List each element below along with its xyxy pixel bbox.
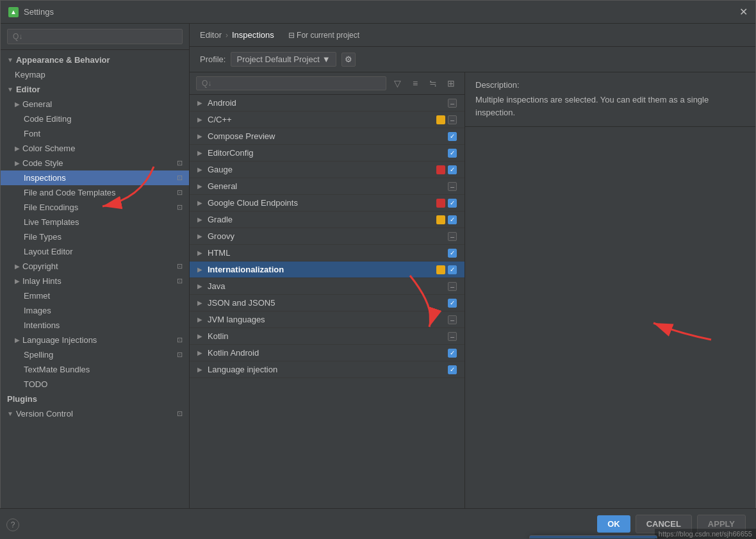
sidebar-item-spelling[interactable]: Spelling ⊡: [1, 347, 189, 362]
inspection-checkbox[interactable]: ✓: [448, 249, 457, 258]
profile-gear-button[interactable]: ⚙: [341, 53, 356, 67]
sidebar-label-color-scheme: Color Scheme: [22, 144, 75, 153]
sidebar-item-file-encodings[interactable]: File Encodings ⊡: [1, 200, 189, 215]
sidebar-item-editor[interactable]: ▼ Editor: [1, 82, 189, 97]
inspection-row-compose-preview[interactable]: ▶ Compose Preview ✓: [190, 128, 464, 145]
inspection-row-json[interactable]: ▶ JSON and JSON5 ✓: [190, 295, 464, 311]
inspection-row-kotlin[interactable]: ▶ Kotlin –: [190, 328, 464, 345]
inspection-row-html[interactable]: ▶ HTML ✓: [190, 245, 464, 261]
sort-button[interactable]: ≡: [408, 76, 422, 90]
sidebar-item-color-scheme[interactable]: ▶ Color Scheme: [1, 141, 189, 156]
close-button[interactable]: ✕: [739, 6, 748, 18]
expand-arrow-icon: ▶: [197, 266, 204, 273]
sort2-button[interactable]: ≒: [426, 76, 440, 90]
inspection-checkbox[interactable]: ✓: [448, 165, 457, 174]
sidebar-label-textmate-bundles: TextMate Bundles: [24, 365, 90, 374]
inspection-checkbox[interactable]: ✓: [448, 149, 457, 158]
inspection-checkbox[interactable]: –: [448, 182, 457, 191]
sidebar-item-code-style[interactable]: ▶ Code Style ⊡: [1, 156, 189, 170]
inspection-checkbox[interactable]: –: [448, 315, 457, 324]
description-section: Description: Multiple inspections are se…: [465, 72, 755, 127]
sidebar-item-todo[interactable]: TODO: [1, 377, 189, 392]
help-button[interactable]: ?: [6, 518, 19, 531]
inspection-row-groovy[interactable]: ▶ Groovy –: [190, 228, 464, 245]
copy-icon: ⊡: [177, 203, 183, 211]
profile-row: Profile: Project Default Project ▼ ⚙: [190, 47, 755, 72]
sidebar-item-plugins[interactable]: Plugins: [1, 392, 189, 406]
inspection-row-cpp[interactable]: ▶ C/C++ –: [190, 112, 464, 128]
copy-icon: ⊡: [177, 277, 183, 285]
sidebar-label-code-editing: Code Editing: [24, 114, 71, 124]
sidebar-item-inspections[interactable]: Inspections ⊡: [1, 170, 189, 185]
inspection-row-editorconfig[interactable]: ▶ EditorConfig ✓: [190, 145, 464, 162]
sidebar-item-code-editing[interactable]: Code Editing: [1, 112, 189, 126]
sidebar-label-file-code-templates: File and Code Templates: [24, 188, 116, 197]
inspection-checkbox[interactable]: –: [448, 282, 457, 291]
inspection-detail-panel: Description: Multiple inspections are se…: [465, 72, 755, 538]
inspection-checkbox[interactable]: –: [448, 332, 457, 341]
expand-arrow-icon: ▶: [197, 216, 204, 223]
filter-button[interactable]: ▽: [390, 76, 404, 90]
sidebar-item-general[interactable]: ▶ General: [1, 97, 189, 112]
for-current-project-button[interactable]: ⊟ For current project: [288, 31, 359, 40]
sidebar-label-general: General: [22, 99, 52, 109]
arrow-icon: ▼: [7, 86, 13, 93]
sidebar-label-language-injections: Language Injections: [22, 335, 97, 345]
inspection-checkbox[interactable]: ✓: [448, 132, 457, 141]
sidebar-item-textmate-bundles[interactable]: TextMate Bundles: [1, 362, 189, 377]
inspection-row-internationalization[interactable]: ▶ Internationalization ✓: [190, 261, 464, 278]
sidebar-item-language-injections[interactable]: ▶ Language Injections ⊡: [1, 333, 189, 347]
ok-button[interactable]: OK: [597, 515, 630, 533]
inspection-checkbox[interactable]: ✓: [448, 349, 457, 358]
profile-dropdown[interactable]: Project Default Project ▼: [231, 52, 336, 67]
expand-arrow-icon: ▶: [197, 316, 204, 323]
severity-option-error[interactable]: Error: [530, 536, 657, 538]
inspection-checkbox[interactable]: ✓: [448, 265, 457, 274]
inspection-row-gradle[interactable]: ▶ Gradle ✓: [190, 211, 464, 228]
sidebar-item-images[interactable]: Images: [1, 303, 189, 318]
sidebar-item-file-types[interactable]: File Types: [1, 229, 189, 244]
sidebar-label-keymap: Keymap: [15, 70, 45, 79]
inspection-row-gauge[interactable]: ▶ Gauge ✓: [190, 162, 464, 178]
inspection-label: C/C++: [208, 115, 436, 124]
filter-icon: ▽: [394, 78, 401, 88]
sidebar-item-inlay-hints[interactable]: ▶ Inlay Hints ⊡: [1, 274, 189, 288]
sidebar-item-file-code-templates[interactable]: File and Code Templates ⊡: [1, 185, 189, 200]
expand-button[interactable]: ⊞: [444, 76, 458, 90]
sort2-icon: ≒: [429, 78, 437, 88]
inspection-row-language-injection[interactable]: ▶ Language injection ✓: [190, 361, 464, 378]
inspection-checkbox[interactable]: ✓: [448, 365, 457, 374]
inspection-row-kotlin-android[interactable]: ▶ Kotlin Android ✓: [190, 345, 464, 361]
inspection-row-jvm-languages[interactable]: ▶ JVM languages –: [190, 311, 464, 328]
main-layout: ▼ Appearance & Behavior Keymap ▼ Editor …: [1, 24, 755, 538]
expand-arrow-icon: ▶: [197, 233, 204, 240]
sidebar-item-emmet[interactable]: Emmet: [1, 288, 189, 303]
sidebar-item-live-templates[interactable]: Live Templates: [1, 215, 189, 229]
sidebar-search-input[interactable]: [7, 29, 183, 44]
inspection-row-general[interactable]: ▶ General –: [190, 178, 464, 195]
inspection-checkbox[interactable]: ✓: [448, 299, 457, 308]
inspection-checkbox[interactable]: ✓: [448, 215, 457, 224]
inspection-checkbox[interactable]: ✓: [448, 199, 457, 208]
sidebar: ▼ Appearance & Behavior Keymap ▼ Editor …: [1, 24, 190, 538]
sidebar-item-copyright[interactable]: ▶ Copyright ⊡: [1, 259, 189, 274]
sidebar-label-layout-editor: Layout Editor: [24, 247, 73, 256]
sidebar-item-layout-editor[interactable]: Layout Editor: [1, 244, 189, 259]
sidebar-item-appearance[interactable]: ▼ Appearance & Behavior: [1, 53, 189, 67]
sidebar-item-font[interactable]: Font: [1, 126, 189, 141]
sidebar-item-version-control[interactable]: ▼ Version Control ⊡: [1, 406, 189, 421]
inspection-label: Gauge: [208, 165, 436, 174]
sidebar-item-intentions[interactable]: Intentions: [1, 318, 189, 333]
inspection-checkbox[interactable]: –: [448, 115, 457, 124]
inspection-search-input[interactable]: [196, 76, 386, 90]
inspection-row-java[interactable]: ▶ Java –: [190, 278, 464, 295]
inspection-row-google-cloud-endpoints[interactable]: ▶ Google Cloud Endpoints ✓: [190, 195, 464, 211]
copy-icon: ⊡: [177, 410, 183, 418]
copy-icon: ⊡: [177, 262, 183, 270]
inspection-checkbox[interactable]: –: [448, 99, 457, 108]
sidebar-item-keymap[interactable]: Keymap: [1, 67, 189, 82]
inspection-row-android[interactable]: ▶ Android –: [190, 95, 464, 112]
inspection-checkbox[interactable]: –: [448, 232, 457, 241]
severity-indicator: [436, 115, 445, 124]
expand-arrow-icon: ▶: [197, 183, 204, 190]
